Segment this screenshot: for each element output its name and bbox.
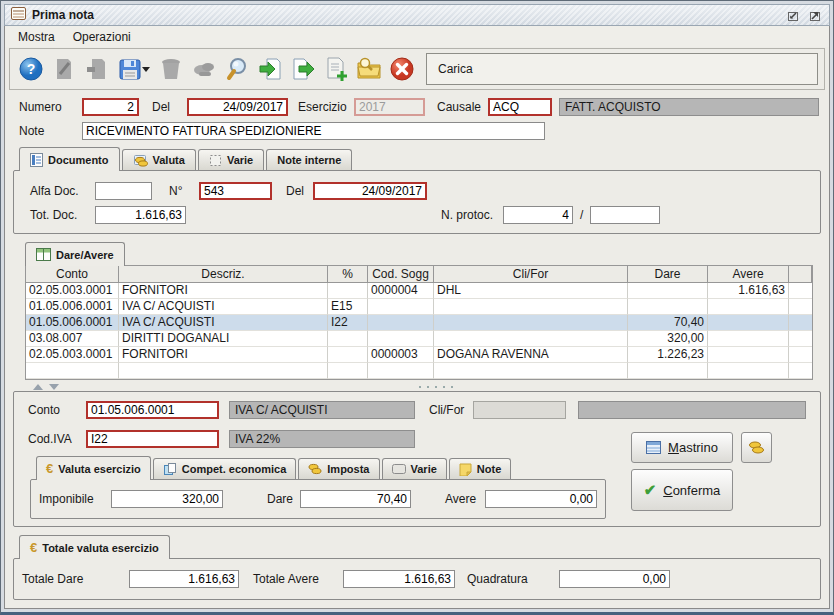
- table-cell: [26, 363, 119, 379]
- protoc-input-2[interactable]: [590, 206, 660, 224]
- tab-varie-detail[interactable]: Varie: [382, 458, 447, 479]
- table-cell: [628, 363, 708, 379]
- title-bar[interactable]: Prima nota: [4, 4, 830, 26]
- column-header[interactable]: Cli/For: [434, 266, 628, 283]
- table-cell: 02.05.003.0001: [26, 283, 119, 299]
- cod-iva-input[interactable]: [86, 430, 219, 448]
- clifor-label: Cli/For: [429, 403, 473, 417]
- menu-operazioni[interactable]: Operazioni: [64, 28, 140, 46]
- table-row[interactable]: 02.05.003.0001FORNITORI0000003DOGANA RAV…: [26, 347, 812, 363]
- conto-label: Conto: [28, 403, 86, 417]
- del-input[interactable]: [187, 98, 288, 116]
- protoc-separator: /: [580, 208, 583, 222]
- table-header: ContoDescriz.%Cod. SoggCli/ForDareAvere: [26, 266, 812, 283]
- tab-documento[interactable]: Documento: [19, 147, 120, 171]
- collapse-up-icon[interactable]: [33, 384, 43, 390]
- avere-input[interactable]: [485, 490, 597, 508]
- delete-icon[interactable]: [154, 53, 187, 85]
- table-cell: DOGANA RAVENNA: [434, 347, 628, 363]
- cancel-icon[interactable]: [385, 53, 418, 85]
- tab-imposta[interactable]: Imposta: [298, 458, 379, 479]
- column-header[interactable]: %: [328, 266, 368, 283]
- table-cell: [708, 315, 789, 331]
- window-title: Prima nota: [32, 8, 94, 22]
- tab-compet-economica[interactable]: Compet. economica: [153, 458, 297, 479]
- print-icon[interactable]: [187, 53, 220, 85]
- splitter-grip[interactable]: [419, 386, 453, 388]
- column-header-filler: [789, 266, 812, 283]
- search-icon[interactable]: [220, 53, 253, 85]
- dare-input[interactable]: [300, 490, 411, 508]
- documento-icon: [30, 153, 43, 167]
- search-archive-icon[interactable]: [352, 53, 385, 85]
- svg-text:?: ?: [26, 61, 35, 77]
- tot-doc-input[interactable]: [95, 206, 186, 224]
- table-cell: FORNITORI: [119, 283, 328, 299]
- imponibile-input[interactable]: [111, 490, 223, 508]
- maximize-window-icon[interactable]: [807, 8, 823, 23]
- column-header[interactable]: Dare: [628, 266, 708, 283]
- export-icon[interactable]: [286, 53, 319, 85]
- table-row[interactable]: 01.05.006.0001IVA C/ ACQUISTIE15: [26, 299, 812, 315]
- detail-panel: Conto IVA C/ ACQUISTI Cli/For Cod.IVA IV…: [13, 391, 821, 527]
- tab-note-interne[interactable]: Note interne: [266, 149, 352, 170]
- table-cell: 0000004: [368, 283, 434, 299]
- table-cell-filler: [789, 299, 812, 315]
- restore-window-icon[interactable]: [785, 8, 801, 23]
- tab-totale-valuta-esercizio[interactable]: € Totale valuta esercizio: [19, 535, 170, 559]
- totale-dare-input[interactable]: [129, 570, 239, 588]
- clifor-input: [473, 401, 566, 419]
- note-input[interactable]: [82, 122, 545, 140]
- column-header[interactable]: Descriz.: [119, 266, 328, 283]
- doc-del-label: Del: [286, 184, 313, 198]
- column-header[interactable]: Avere: [708, 266, 789, 283]
- tab-valuta-esercizio[interactable]: € Valuta esercizio: [36, 456, 151, 480]
- table-cell: [434, 315, 628, 331]
- numero-label: Numero: [19, 100, 82, 114]
- dare-avere-table: ContoDescriz.%Cod. SoggCli/ForDareAvere …: [25, 265, 813, 380]
- table-cell-filler: [789, 315, 812, 331]
- protoc-input[interactable]: [503, 206, 573, 224]
- tab-valuta[interactable]: Valuta: [122, 149, 196, 170]
- menu-bar: Mostra Operazioni: [5, 26, 829, 47]
- totale-avere-input[interactable]: [343, 570, 455, 588]
- table-cell: [328, 347, 368, 363]
- collapse-down-icon[interactable]: [49, 384, 59, 390]
- doc-del-input[interactable]: [313, 182, 427, 200]
- column-header[interactable]: Cod. Sogg: [368, 266, 434, 283]
- quadratura-input[interactable]: [559, 570, 670, 588]
- dare-label: Dare: [267, 492, 300, 506]
- save-dropdown-icon[interactable]: [142, 67, 150, 72]
- table-row[interactable]: 03.08.007DIRITTI DOGANALI320,00: [26, 331, 812, 347]
- table-row[interactable]: [26, 363, 812, 379]
- alfa-doc-input[interactable]: [95, 182, 152, 200]
- alfa-doc-label: Alfa Doc.: [30, 184, 95, 198]
- edit-icon[interactable]: [47, 53, 80, 85]
- duplicate-icon[interactable]: [80, 53, 113, 85]
- check-icon: ✔: [644, 483, 657, 497]
- table-row[interactable]: 02.05.003.0001FORNITORI0000004DHL1.616,6…: [26, 283, 812, 299]
- totale-avere-label: Totale Avere: [253, 572, 343, 586]
- table-cell-filler: [789, 331, 812, 347]
- table-cell: [119, 363, 328, 379]
- tab-dare-avere[interactable]: Dare/Avere: [25, 242, 125, 266]
- table-row[interactable]: 01.05.006.0001IVA C/ ACQUISTII2270,40: [26, 315, 812, 331]
- doc-n-input[interactable]: [199, 182, 272, 200]
- table-cell: [368, 363, 434, 379]
- column-header[interactable]: Conto: [26, 266, 119, 283]
- totale-dare-label: Totale Dare: [22, 572, 129, 586]
- tab-note-detail[interactable]: Note: [449, 458, 511, 479]
- table-cell: [328, 283, 368, 299]
- new-document-icon[interactable]: [319, 53, 352, 85]
- tab-varie[interactable]: Varie: [198, 149, 264, 170]
- causale-input[interactable]: [488, 98, 552, 116]
- menu-mostra[interactable]: Mostra: [9, 28, 64, 46]
- table-cell: 01.05.006.0001: [26, 315, 119, 331]
- numero-input[interactable]: [82, 98, 139, 116]
- conto-input[interactable]: [86, 401, 219, 419]
- import-icon[interactable]: [253, 53, 286, 85]
- tab-label: Valuta esercizio: [58, 463, 141, 475]
- splitter-handle[interactable]: [25, 382, 813, 391]
- table-cell: [434, 331, 628, 347]
- help-icon[interactable]: ?: [14, 53, 47, 85]
